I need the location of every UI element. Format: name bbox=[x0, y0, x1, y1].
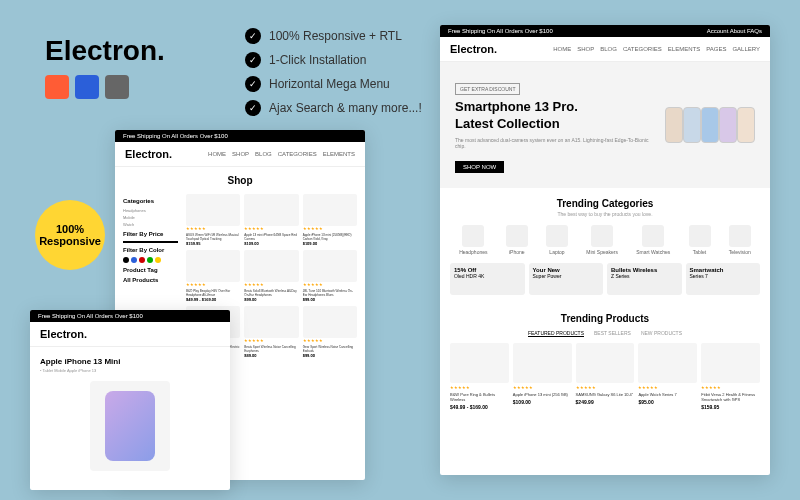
sidebar-cat[interactable]: Headphones bbox=[123, 208, 178, 213]
category-item[interactable]: iPhone bbox=[506, 225, 528, 255]
color-swatch[interactable] bbox=[139, 257, 145, 263]
check-icon: ✓ bbox=[245, 52, 261, 68]
category-item[interactable]: Smart Watches bbox=[636, 225, 670, 255]
topbar: Free Shipping On All Orders Over $100 Ac… bbox=[440, 25, 770, 37]
hero-title: Smartphone 13 Pro.Latest Collection bbox=[455, 99, 655, 133]
product-card[interactable]: ★★★★★Gear Sport Wireless Noise Cancellin… bbox=[303, 306, 357, 358]
brand-title: Electron. bbox=[45, 35, 165, 67]
hero-desc: The most advanced dual-camera system eve… bbox=[455, 137, 655, 149]
product-card[interactable]: ★★★★★Apple Watch Series 7$95.00 bbox=[638, 343, 697, 410]
category-item[interactable]: Laptop bbox=[546, 225, 568, 255]
navbar: Electron. HOME SHOP BLOG CATEGORIES ELEM… bbox=[440, 37, 770, 62]
product-card[interactable]: ★★★★★JBL Tune 510 Bluetooth Wireless On-… bbox=[303, 250, 357, 302]
tab-featured[interactable]: FEATURED PRODUCTS bbox=[528, 330, 584, 337]
nav-link[interactable]: CATEGORIES bbox=[623, 46, 662, 52]
sidebar-cat[interactable]: Mobile bbox=[123, 215, 178, 220]
hero-banner: GET EXTRA DISCOUNT Smartphone 13 Pro.Lat… bbox=[440, 62, 770, 188]
product-title: Apple iPhone 13 Mini bbox=[40, 357, 220, 366]
color-swatch[interactable] bbox=[155, 257, 161, 263]
promo-card[interactable]: Bullets WirelessZ Series bbox=[607, 263, 682, 295]
navbar: Electron. bbox=[30, 322, 230, 347]
nav-link[interactable]: PAGES bbox=[706, 46, 726, 52]
sidebar-price-title: Filter By Price bbox=[123, 231, 178, 237]
responsive-badge: 100% Responsive bbox=[35, 200, 105, 270]
nav-link[interactable]: SHOP bbox=[232, 151, 249, 157]
shop-title: Shop bbox=[115, 167, 365, 194]
feature-item: 1-Click Installation bbox=[269, 53, 366, 67]
sidebar-all-title: All Products bbox=[123, 277, 178, 283]
product-card[interactable]: ★★★★★ASUS Wrenn WiFi 5R Wireless Musical… bbox=[186, 194, 240, 246]
promo-card[interactable]: Your NewSuper Power bbox=[529, 263, 604, 295]
color-swatch[interactable] bbox=[131, 257, 137, 263]
product-card[interactable]: ★★★★★SAMSUNG Galaxy S6 Lite 10.4"$249.99 bbox=[576, 343, 635, 410]
nav-link[interactable]: HOME bbox=[553, 46, 571, 52]
badge-text: Responsive bbox=[39, 235, 101, 247]
hero-phones bbox=[665, 107, 755, 143]
hero-badge: GET EXTRA DISCOUNT bbox=[455, 83, 520, 95]
promo-card[interactable]: SmartwatchSeries 7 bbox=[686, 263, 761, 295]
breadcrumb: • Tablet Mobile Apple iPhone 13 bbox=[40, 368, 220, 373]
trending-prods-title: Trending Products bbox=[440, 313, 770, 324]
product-card[interactable]: ★★★★★B&O Play Beoplay H4V Over Ear Headp… bbox=[186, 250, 240, 302]
trending-cats-title: Trending Categories bbox=[440, 198, 770, 209]
responsive-icon bbox=[75, 75, 99, 99]
product-card[interactable]: ★★★★★Apple 13 mini iPhone 64GB Space Red… bbox=[244, 194, 298, 246]
product-card[interactable]: ★★★★★Apple iPhone 13 mini (256 GB)$109.0… bbox=[513, 343, 572, 410]
tab-new[interactable]: NEW PRODUCTS bbox=[641, 330, 682, 337]
nav-link[interactable]: ELEMENTS bbox=[323, 151, 355, 157]
check-icon: ✓ bbox=[245, 28, 261, 44]
feature-list: ✓100% Responsive + RTL ✓1-Click Installa… bbox=[245, 28, 422, 116]
product-image bbox=[90, 381, 170, 471]
topbar: Free Shipping On All Orders Over $100 bbox=[30, 310, 230, 322]
product-grid: ★★★★★B&W Pure Ring & Bullets Wireless$49… bbox=[440, 343, 770, 410]
product-card[interactable]: ★★★★★B&W Pure Ring & Bullets Wireless$49… bbox=[450, 343, 509, 410]
navbar: Electron. HOME SHOP BLOG CATEGORIES ELEM… bbox=[115, 142, 365, 167]
topbar-left: Free Shipping On All Orders Over $100 bbox=[448, 28, 553, 34]
promo-card[interactable]: 15% OffOled HDR 4K bbox=[450, 263, 525, 295]
check-icon: ✓ bbox=[245, 76, 261, 92]
feature-item: Ajax Search & many more...! bbox=[269, 101, 422, 115]
nav-link[interactable]: BLOG bbox=[600, 46, 617, 52]
nav-logo[interactable]: Electron. bbox=[40, 328, 87, 340]
trending-cats-sub: The best way to buy the products you lov… bbox=[440, 211, 770, 217]
color-swatch[interactable] bbox=[147, 257, 153, 263]
shop-now-button[interactable]: SHOP NOW bbox=[455, 161, 504, 173]
promo-row: 15% OffOled HDR 4K Your NewSuper Power B… bbox=[440, 255, 770, 303]
badge-percent: 100% bbox=[56, 223, 84, 235]
tab-bestsellers[interactable]: BEST SELLERS bbox=[594, 330, 631, 337]
nav-links: HOME SHOP BLOG CATEGORIES ELEMENTS PAGES… bbox=[553, 46, 760, 52]
feature-item: Horizontal Mega Menu bbox=[269, 77, 390, 91]
sidebar-color-title: Filter By Color bbox=[123, 247, 178, 253]
category-item[interactable]: Tablet bbox=[689, 225, 711, 255]
nav-link[interactable]: SHOP bbox=[577, 46, 594, 52]
topbar: Free Shipping On All Orders Over $100 bbox=[115, 130, 365, 142]
nav-link[interactable]: GALLERY bbox=[732, 46, 760, 52]
ps-icon bbox=[105, 75, 129, 99]
product-card[interactable]: ★★★★★Beats Sport Wireless Noise Cancelli… bbox=[244, 306, 298, 358]
topbar-right: Account About FAQs bbox=[707, 28, 762, 34]
color-swatch[interactable] bbox=[123, 257, 129, 263]
category-item[interactable]: Television bbox=[729, 225, 751, 255]
category-item[interactable]: Mini Speakers bbox=[586, 225, 618, 255]
product-card[interactable]: ★★★★★Apple iPhone 13 mini (256GB)(RED) C… bbox=[303, 194, 357, 246]
product-tabs: FEATURED PRODUCTS BEST SELLERS NEW PRODU… bbox=[440, 330, 770, 337]
color-filter bbox=[123, 257, 178, 263]
cart-icon bbox=[45, 75, 69, 99]
nav-link[interactable]: ELEMENTS bbox=[668, 46, 700, 52]
category-item[interactable]: Headphones bbox=[459, 225, 487, 255]
nav-link[interactable]: CATEGORIES bbox=[278, 151, 317, 157]
sidebar-cat-title: Categories bbox=[123, 198, 178, 204]
nav-logo[interactable]: Electron. bbox=[125, 148, 172, 160]
nav-link[interactable]: HOME bbox=[208, 151, 226, 157]
category-row: Headphones iPhone Laptop Mini Speakers S… bbox=[440, 225, 770, 255]
nav-link[interactable]: BLOG bbox=[255, 151, 272, 157]
product-card[interactable]: ★★★★★Fitbit Versa 2 Health & Fitness Sma… bbox=[701, 343, 760, 410]
product-card[interactable]: ★★★★★Beats Solo3 Bluetooth Wireless All-… bbox=[244, 250, 298, 302]
feature-item: 100% Responsive + RTL bbox=[269, 29, 402, 43]
check-icon: ✓ bbox=[245, 100, 261, 116]
sidebar-tag-title: Product Tag bbox=[123, 267, 178, 273]
sidebar-cat[interactable]: Watch bbox=[123, 222, 178, 227]
platform-icons bbox=[45, 75, 129, 99]
price-slider[interactable] bbox=[123, 241, 178, 243]
nav-logo[interactable]: Electron. bbox=[450, 43, 497, 55]
